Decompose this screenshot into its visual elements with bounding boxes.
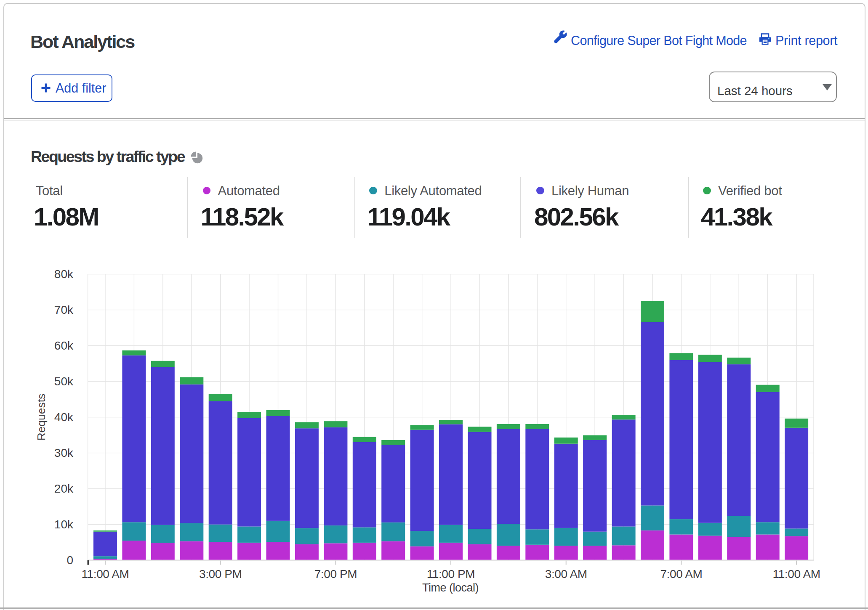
svg-text:3:00 PM: 3:00 PM — [199, 568, 242, 581]
svg-text:Requests: Requests — [35, 394, 48, 441]
svg-text:20k: 20k — [54, 482, 74, 495]
svg-text:Time (local): Time (local) — [422, 581, 479, 594]
svg-text:11:00 AM: 11:00 AM — [81, 568, 129, 581]
svg-text:80k: 80k — [54, 268, 74, 281]
svg-text:11:00 AM: 11:00 AM — [773, 568, 820, 581]
svg-text:10k: 10k — [54, 518, 74, 531]
svg-text:50k: 50k — [54, 375, 74, 388]
svg-text:11:00 PM: 11:00 PM — [427, 568, 475, 581]
svg-text:7:00 AM: 7:00 AM — [660, 568, 702, 581]
svg-text:0: 0 — [67, 554, 73, 567]
svg-text:70k: 70k — [54, 303, 74, 316]
svg-text:30k: 30k — [54, 446, 74, 459]
svg-text:60k: 60k — [54, 339, 74, 352]
svg-text:3:00 AM: 3:00 AM — [545, 568, 587, 581]
svg-text:7:00 PM: 7:00 PM — [314, 568, 357, 581]
svg-text:40k: 40k — [54, 411, 74, 424]
